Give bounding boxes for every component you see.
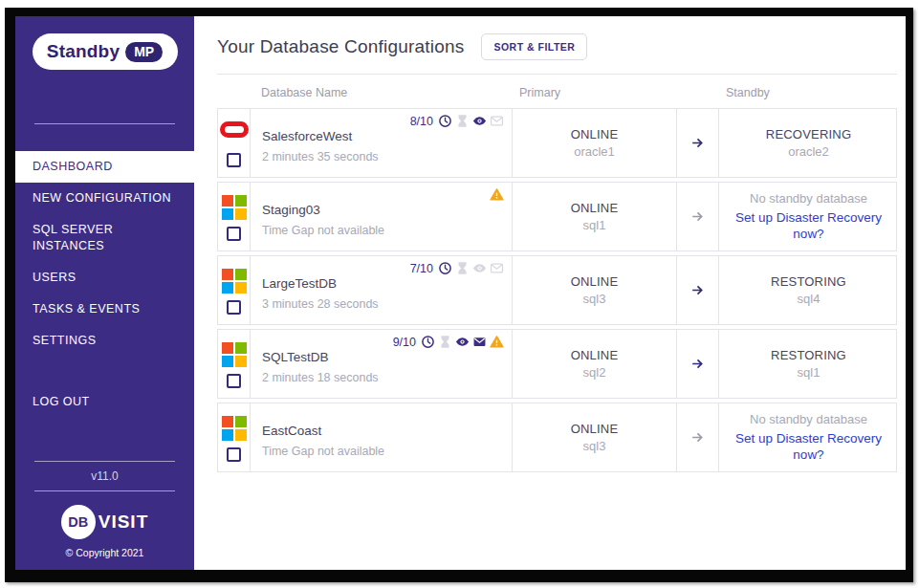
- microsoft-sql-icon: [222, 342, 247, 367]
- time-gap: 2 minutes 18 seconds: [262, 371, 500, 384]
- primary-host: oracle1: [574, 144, 615, 159]
- standby-host: sql4: [798, 292, 821, 306]
- microsoft-sql-icon: [222, 195, 247, 220]
- sidebar-item-dashboard[interactable]: DASHBOARD: [15, 151, 194, 183]
- sidebar-item-settings[interactable]: SETTINGS: [15, 325, 194, 357]
- mail-icon: [472, 335, 487, 349]
- database-name: LargeTestDB: [262, 276, 500, 291]
- column-header-standby: Standby: [718, 86, 897, 99]
- sidebar-item-sql-server-instances[interactable]: SQL SERVER INSTANCES: [15, 214, 194, 262]
- primary-host: sql3: [583, 292, 606, 306]
- replication-arrow-icon: [690, 357, 705, 371]
- hourglass-icon: [455, 261, 470, 275]
- primary-host: sql2: [583, 365, 606, 380]
- time-gap: 2 minutes 35 seconds: [262, 150, 500, 163]
- time-gap: Time Gap not available: [262, 224, 500, 237]
- database-name: SalesforceWest: [262, 129, 500, 143]
- sidebar-divider: [34, 490, 175, 491]
- eye-icon: [472, 261, 487, 275]
- standby-status: RESTORING: [771, 348, 846, 362]
- standby-mp-logo: Standby MP: [33, 33, 178, 70]
- time-gap: 3 minutes 28 seconds: [262, 297, 500, 311]
- health-indicators: 7/10: [410, 261, 504, 275]
- primary-status: ONLINE: [571, 201, 619, 215]
- database-name: SQLTestDB: [262, 350, 500, 364]
- health-score: 8/10: [410, 115, 433, 128]
- clock-icon: [438, 114, 452, 128]
- standby-status: RESTORING: [771, 274, 846, 289]
- replication-arrow-icon: [690, 136, 705, 150]
- sidebar-nav: DASHBOARD NEW CONFIGURATION SQL SERVER I…: [15, 151, 194, 418]
- table-row[interactable]: EastCoast Time Gap not available ONLINE …: [217, 403, 897, 472]
- health-indicators: 8/10: [410, 114, 504, 128]
- primary-status: ONLINE: [571, 348, 619, 362]
- replication-arrow-icon: [690, 283, 705, 297]
- primary-status: ONLINE: [571, 422, 619, 436]
- logo-mp-badge: MP: [125, 42, 163, 62]
- no-standby-label: No standby database: [750, 412, 867, 426]
- replication-arrow-icon: [690, 209, 705, 224]
- table-row[interactable]: 8/10 SalesforceWest 2 minutes 35 seconds…: [217, 108, 897, 178]
- setup-disaster-recovery-link[interactable]: Set up Disaster Recovery now?: [729, 209, 888, 242]
- primary-status: ONLINE: [571, 127, 619, 142]
- primary-host: sql1: [583, 218, 606, 232]
- version-label: v11.0: [15, 462, 194, 490]
- primary-status: ONLINE: [571, 274, 619, 289]
- table-row[interactable]: 9/10 SQLTestDB 2 minutes 18 seconds ONLI…: [217, 329, 897, 399]
- sidebar: Standby MP DASHBOARD NEW CONFIGURATION S…: [15, 16, 194, 570]
- hourglass-icon: [438, 335, 452, 349]
- standby-status: RECOVERING: [766, 127, 851, 142]
- time-gap: Time Gap not available: [262, 445, 500, 458]
- row-checkbox[interactable]: [227, 300, 241, 315]
- eye-icon: [455, 335, 470, 349]
- microsoft-sql-icon: [222, 269, 247, 294]
- health-indicators: 9/10: [393, 335, 504, 349]
- sidebar-divider: [34, 123, 175, 124]
- table-header: Database Name Primary Standby: [217, 75, 897, 108]
- main-content: Your Database Configurations SORT & FILT…: [194, 16, 906, 570]
- copyright-label: © Copyright 2021: [15, 547, 194, 558]
- standby-host: sql1: [798, 365, 821, 380]
- row-checkbox[interactable]: [227, 227, 241, 241]
- sidebar-item-tasks-events[interactable]: TASKS & EVENTS: [15, 294, 194, 325]
- mail-icon: [490, 114, 504, 128]
- column-header-primary: Primary: [512, 86, 676, 99]
- row-checkbox[interactable]: [227, 447, 241, 462]
- table-row[interactable]: Staging03 Time Gap not available ONLINE …: [217, 182, 897, 251]
- setup-disaster-recovery-link[interactable]: Set up Disaster Recovery now?: [729, 430, 888, 463]
- replication-arrow-icon: [690, 430, 705, 445]
- dbvisit-logo-circle: DB: [61, 505, 96, 539]
- sort-filter-button[interactable]: SORT & FILTER: [481, 33, 587, 60]
- row-checkbox[interactable]: [227, 153, 241, 167]
- microsoft-sql-icon: [222, 416, 247, 441]
- no-standby-label: No standby database: [750, 191, 867, 206]
- health-score: 9/10: [393, 336, 416, 349]
- sidebar-item-users[interactable]: USERS: [15, 262, 194, 294]
- health-indicators: [490, 187, 504, 202]
- clock-icon: [421, 335, 435, 349]
- database-name: Staging03: [262, 203, 500, 217]
- dbvisit-logo: DB VISIT: [15, 505, 194, 539]
- sidebar-item-logout[interactable]: LOG OUT: [15, 386, 194, 418]
- mail-icon: [490, 261, 504, 275]
- sidebar-footer: v11.0 DB VISIT © Copyright 2021: [15, 461, 194, 570]
- hourglass-icon: [455, 114, 470, 128]
- warning-icon: [490, 335, 504, 349]
- row-checkbox[interactable]: [227, 374, 241, 388]
- app-window: Standby MP DASHBOARD NEW CONFIGURATION S…: [5, 8, 913, 582]
- sidebar-item-new-configuration[interactable]: NEW CONFIGURATION: [15, 183, 194, 214]
- primary-host: sql3: [583, 439, 606, 453]
- health-score: 7/10: [410, 262, 433, 275]
- clock-icon: [438, 261, 452, 275]
- eye-icon: [472, 114, 487, 128]
- logo-brand-text: Standby: [47, 41, 120, 62]
- page-title: Your Database Configurations: [217, 36, 464, 57]
- column-header-database-name: Database Name: [250, 86, 512, 99]
- warning-icon: [490, 187, 504, 202]
- dbvisit-logo-text: VISIT: [98, 512, 149, 533]
- standby-host: oracle2: [788, 144, 829, 159]
- database-name: EastCoast: [262, 424, 500, 438]
- table-row[interactable]: 7/10 LargeTestDB 3 minutes 28 seconds ON…: [217, 255, 897, 325]
- oracle-icon: [220, 121, 249, 138]
